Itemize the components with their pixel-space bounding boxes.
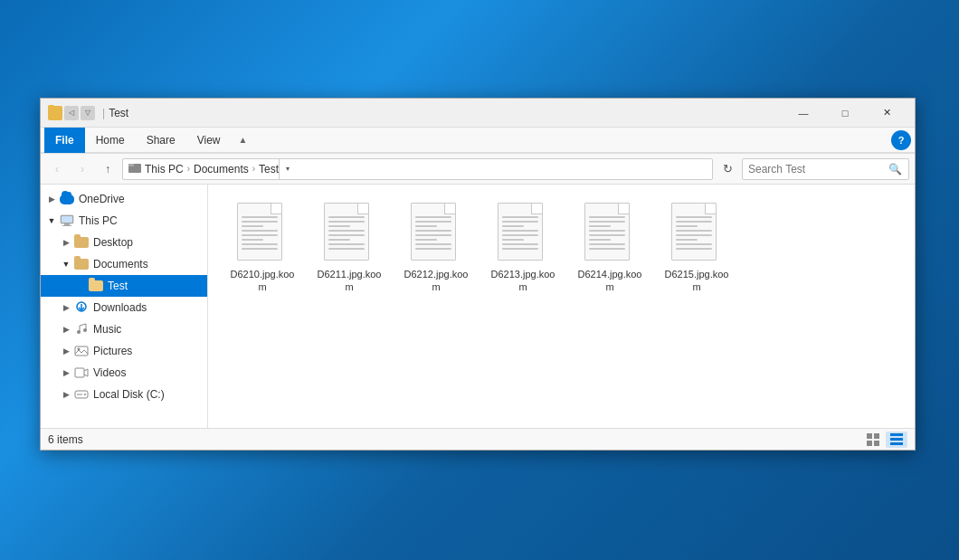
window-controls: — □ ✕ — [783, 99, 907, 128]
svg-rect-17 — [874, 433, 879, 439]
expand-arrow-test — [73, 279, 88, 293]
sidebar-item-onedrive[interactable]: ▶ OneDrive — [41, 188, 207, 210]
maximize-button[interactable]: □ — [824, 99, 866, 128]
sidebar-item-desktop[interactable]: ▶ Desktop — [41, 232, 207, 253]
expand-arrow-local-disk: ▶ — [59, 387, 73, 402]
file-item[interactable]: D6215.jpg.koom — [657, 199, 736, 298]
svg-point-9 — [83, 328, 87, 332]
tab-share[interactable]: Share — [136, 128, 186, 153]
tab-view[interactable]: View — [186, 128, 232, 153]
sidebar-label-videos: Videos — [93, 366, 126, 379]
bc-arrow-1: › — [187, 164, 190, 174]
file-name: D6214.jpg.koom — [574, 268, 646, 294]
svg-rect-18 — [867, 441, 872, 446]
breadcrumb-test[interactable]: Test — [259, 163, 279, 176]
test-folder-icon — [88, 278, 104, 294]
file-item[interactable]: D6212.jpg.koom — [396, 199, 476, 298]
sidebar-item-documents[interactable]: ▼ Documents — [41, 253, 207, 275]
sidebar-item-pictures[interactable]: ▶ Pictures — [41, 340, 207, 362]
expand-arrow-pictures: ▶ — [59, 344, 73, 358]
file-name: D6211.jpg.koom — [313, 268, 385, 294]
file-item[interactable]: D6211.jpg.koom — [309, 199, 389, 298]
expand-arrow-downloads: ▶ — [59, 300, 73, 315]
breadcrumb-documents[interactable]: Documents — [194, 163, 249, 176]
svg-rect-16 — [867, 433, 872, 439]
ribbon-tabs: File Home Share View ▲ ? — [41, 128, 915, 153]
svg-rect-3 — [62, 216, 72, 223]
documents-icon — [73, 256, 90, 272]
svg-rect-12 — [75, 368, 84, 377]
sidebar-label-this-pc: This PC — [79, 214, 118, 227]
svg-rect-5 — [62, 225, 71, 226]
window-title: Test — [109, 107, 783, 119]
sidebar-item-videos[interactable]: ▶ Videos — [41, 362, 207, 384]
file-name: D6212.jpg.koom — [400, 268, 472, 294]
back-button[interactable]: ‹ — [46, 158, 68, 180]
sidebar: ▶ OneDrive ▼ This PC ▶ Deskto — [41, 185, 208, 428]
breadcrumb[interactable]: This PC › Documents › Test ▾ — [122, 158, 713, 180]
svg-rect-10 — [75, 346, 88, 356]
file-item[interactable]: D6214.jpg.koom — [570, 199, 650, 298]
refresh-button[interactable]: ↻ — [717, 158, 738, 180]
file-name: D6213.jpg.koom — [487, 268, 559, 294]
file-item[interactable]: D6210.jpg.koom — [223, 199, 302, 298]
search-icon[interactable]: 🔍 — [887, 161, 903, 177]
ribbon: File Home Share View ▲ ? — [41, 128, 915, 154]
up-button[interactable]: ↑ — [97, 158, 119, 180]
tab-home[interactable]: Home — [85, 128, 136, 153]
downloads-icon — [73, 299, 90, 316]
sidebar-item-music[interactable]: ▶ Music — [41, 318, 207, 340]
sidebar-label-test: Test — [108, 280, 128, 292]
ribbon-chevron[interactable]: ▲ — [235, 133, 252, 147]
svg-point-8 — [77, 330, 81, 334]
expand-arrow-music: ▶ — [59, 322, 73, 337]
breadcrumb-this-pc[interactable]: This PC — [145, 163, 184, 176]
expand-arrow-onedrive: ▶ — [44, 192, 59, 206]
sidebar-item-this-pc[interactable]: ▼ This PC — [41, 210, 207, 232]
tab-file[interactable]: File — [44, 128, 85, 153]
svg-rect-21 — [890, 438, 903, 441]
sidebar-label-documents: Documents — [93, 258, 148, 271]
desktop-icon — [73, 234, 90, 251]
detail-view-button[interactable] — [886, 432, 907, 448]
search-input[interactable] — [748, 163, 887, 176]
status-bar: 6 items — [41, 428, 915, 450]
videos-icon — [73, 365, 90, 381]
search-box: 🔍 — [742, 158, 909, 180]
quick-access-btn-2[interactable]: ◁ — [64, 106, 79, 120]
breadcrumb-folder-icon — [128, 162, 141, 176]
quick-access-btn-1[interactable] — [48, 106, 62, 120]
title-separator: | — [102, 107, 105, 119]
grid-view-button[interactable] — [862, 432, 884, 448]
file-area: D6210.jpg.koomD6211.jpg.koomD6212.jpg.ko… — [208, 185, 915, 428]
status-item-count: 6 items — [48, 433, 862, 446]
file-item[interactable]: D6213.jpg.koom — [483, 199, 563, 298]
explorer-window: ◁ ▽ | Test — □ ✕ File Home Share View ▲ … — [40, 98, 916, 451]
music-icon — [73, 321, 90, 337]
file-name: D6215.jpg.koom — [660, 268, 733, 294]
pictures-icon — [73, 343, 90, 359]
sidebar-item-local-disk[interactable]: ▶ Local Disk (C:) — [41, 384, 207, 405]
breadcrumb-dropdown[interactable]: ▾ — [279, 158, 295, 180]
svg-rect-4 — [64, 223, 70, 225]
svg-rect-22 — [890, 442, 903, 445]
sidebar-label-music: Music — [93, 323, 121, 336]
minimize-button[interactable]: — — [783, 99, 824, 128]
local-disk-icon — [73, 386, 90, 403]
forward-button[interactable]: › — [71, 158, 93, 180]
help-button[interactable]: ? — [891, 130, 911, 150]
sidebar-label-desktop: Desktop — [93, 236, 133, 249]
bc-arrow-2: › — [252, 164, 255, 174]
sidebar-item-test[interactable]: Test — [41, 275, 207, 297]
expand-arrow-videos: ▶ — [59, 365, 73, 380]
svg-point-14 — [84, 394, 86, 395]
sidebar-label-local-disk: Local Disk (C:) — [93, 388, 165, 401]
sidebar-label-pictures: Pictures — [93, 345, 132, 357]
file-name: D6210.jpg.koom — [226, 268, 299, 294]
svg-rect-19 — [874, 441, 879, 446]
sidebar-item-downloads[interactable]: ▶ Downloads — [41, 297, 207, 318]
title-bar: ◁ ▽ | Test — □ ✕ — [41, 99, 915, 128]
close-button[interactable]: ✕ — [866, 99, 907, 128]
quick-access-btn-3[interactable]: ▽ — [81, 106, 95, 120]
onedrive-icon — [59, 191, 75, 207]
